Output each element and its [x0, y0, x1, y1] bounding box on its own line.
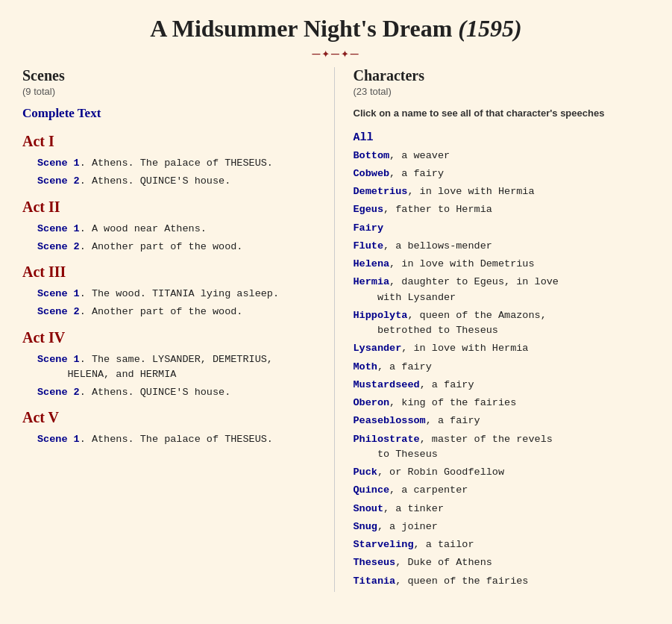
character-name[interactable]: Moth: [354, 361, 377, 372]
scene-label[interactable]: Scene 2: [37, 241, 80, 252]
act-iv-scenes: Scene 1. The same. LYSANDER, DEMETRIUS, …: [37, 352, 319, 401]
list-item: Quince, a carpenter: [354, 483, 650, 498]
scene-label[interactable]: Scene 2: [37, 306, 80, 317]
list-item: Scene 1. A wood near Athens.: [37, 222, 319, 237]
character-name[interactable]: Puck: [354, 467, 377, 478]
character-name[interactable]: Bottom: [354, 150, 390, 161]
act-ii-heading: Act II: [22, 199, 319, 216]
scene-label[interactable]: Scene 1: [37, 157, 80, 169]
character-name[interactable]: Starveling: [354, 539, 414, 550]
list-item: Scene 1. Athens. The palace of THESEUS.: [37, 432, 319, 447]
character-name[interactable]: Theseus: [354, 557, 396, 568]
list-item: Lysander, in love with Hermia: [354, 341, 650, 356]
character-name[interactable]: Quince: [354, 484, 390, 496]
list-item: Scene 1. The same. LYSANDER, DEMETRIUS, …: [37, 352, 319, 383]
character-name[interactable]: Egeus: [354, 204, 384, 215]
act-ii-scenes: Scene 1. A wood near Athens. Scene 2. An…: [37, 222, 319, 255]
scene-label[interactable]: Scene 2: [37, 175, 80, 187]
complete-text-link[interactable]: Complete Text: [22, 106, 319, 121]
act-iii-scenes: Scene 1. The wood. TITANIA lying asleep.…: [37, 287, 319, 320]
character-name[interactable]: Snug: [354, 521, 377, 532]
list-item: Helena, in love with Demetrius: [354, 257, 650, 272]
list-item: Egeus, father to Hermia: [354, 202, 650, 217]
act-i-scenes: Scene 1. Athens. The palace of THESEUS. …: [37, 156, 319, 190]
character-all-link[interactable]: All: [354, 131, 650, 144]
list-item: Puck, or Robin Goodfellow: [354, 465, 650, 480]
scene-label[interactable]: Scene 1: [37, 223, 80, 234]
character-name[interactable]: Snout: [354, 503, 384, 514]
act-i-heading: Act I: [22, 133, 319, 150]
list-item: Scene 2. Athens. QUINCE'S house.: [37, 385, 319, 400]
list-item: Theseus, Duke of Athens: [354, 555, 650, 570]
characters-column: Characters (23 total) Click on a name to…: [335, 67, 650, 592]
scenes-title: Scenes: [22, 67, 319, 84]
character-name[interactable]: Mustardseed: [354, 379, 420, 390]
list-item: Oberon, king of the fairies: [354, 396, 650, 411]
character-name[interactable]: Philostrate: [354, 434, 420, 445]
scene-label[interactable]: Scene 2: [37, 387, 80, 398]
list-item: Cobweb, a fairy: [354, 166, 650, 181]
characters-click-info: Click on a name to see all of that chara…: [354, 106, 650, 121]
list-item: Titania, queen of the fairies: [354, 574, 650, 589]
character-name[interactable]: Peaseblossom: [354, 415, 426, 426]
character-name[interactable]: Hermia: [354, 276, 390, 287]
list-item: Starveling, a tailor: [354, 537, 650, 552]
character-name[interactable]: Helena: [354, 258, 390, 269]
list-item: Fairy: [354, 221, 650, 236]
scene-label[interactable]: Scene 1: [37, 434, 80, 445]
act-iv-heading: Act IV: [22, 329, 319, 346]
list-item: Flute, a bellows-mender: [354, 239, 650, 254]
characters-title: Characters: [354, 67, 650, 84]
list-item: Snug, a joiner: [354, 520, 650, 534]
list-item: Peaseblossom, a fairy: [354, 414, 650, 428]
character-name[interactable]: Hippolyta: [354, 310, 408, 321]
list-item: Scene 2. Another part of the wood.: [37, 240, 319, 255]
scene-label[interactable]: Scene 1: [37, 354, 80, 365]
list-item: Scene 1. Athens. The palace of THESEUS.: [37, 156, 319, 171]
character-name[interactable]: Titania: [354, 575, 396, 587]
character-name[interactable]: Cobweb: [354, 168, 390, 179]
character-name[interactable]: Oberon: [354, 397, 390, 408]
list-item: Hermia, daughter to Egeus, in love with …: [354, 275, 650, 305]
scene-label[interactable]: Scene 1: [37, 288, 80, 299]
characters-subtitle: (23 total): [354, 86, 650, 97]
character-name[interactable]: Flute: [354, 240, 384, 252]
main-content: Scenes (9 total) Complete Text Act I Sce…: [0, 60, 672, 607]
act-v-scenes: Scene 1. Athens. The palace of THESEUS.: [37, 432, 319, 447]
act-iii-heading: Act III: [22, 263, 319, 281]
scenes-subtitle: (9 total): [22, 86, 319, 97]
list-item: Snout, a tinker: [354, 502, 650, 517]
list-item: Bottom, a weaver: [354, 149, 650, 163]
list-item: Demetrius, in love with Hermia: [354, 184, 650, 199]
page-title: A Midsummer Night's Dream (1595): [7, 15, 665, 43]
character-name[interactable]: Fairy: [354, 222, 384, 234]
scenes-column: Scenes (9 total) Complete Text Act I Sce…: [22, 67, 335, 592]
list-item: Scene 2. Another part of the wood.: [37, 305, 319, 319]
list-item: Scene 2. Athens. QUINCE'S house.: [37, 174, 319, 189]
list-item: Moth, a fairy: [354, 360, 650, 375]
list-item: Scene 1. The wood. TITANIA lying asleep.: [37, 287, 319, 302]
list-item: Philostrate, master of the revels to The…: [354, 432, 650, 463]
list-item: Hippolyta, queen of the Amazons, betroth…: [354, 308, 650, 339]
character-name[interactable]: Lysander: [354, 343, 402, 354]
list-item: Mustardseed, a fairy: [354, 378, 650, 393]
character-name[interactable]: Demetrius: [354, 186, 408, 197]
act-v-heading: Act V: [22, 409, 319, 426]
